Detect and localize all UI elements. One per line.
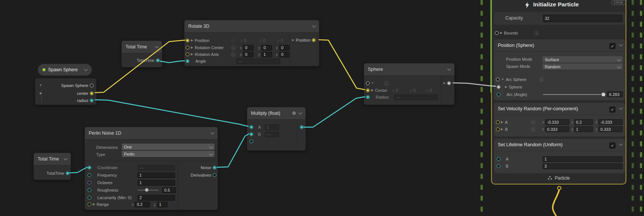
rotation-axis-port[interactable]: [186, 52, 189, 56]
edge-noise-to-multiply-b[interactable]: [217, 134, 249, 167]
expander-collapsed-icon[interactable]: ▶: [93, 203, 95, 206]
sphere-root-port[interactable]: [366, 81, 370, 85]
arc-sphere-port[interactable]: [496, 78, 500, 81]
totaltime-output-port[interactable]: [66, 171, 70, 175]
local-space-icon[interactable]: L: [231, 52, 236, 57]
velocity-a-x-input[interactable]: -0.333: [545, 119, 569, 125]
expander-collapsed-icon[interactable]: ▶: [191, 46, 193, 49]
local-space-icon[interactable]: L: [531, 127, 536, 132]
spawn-sphere-node-body[interactable]: ▼ ▶ Spawn Sphere center radius: [35, 78, 97, 105]
multiply-b-port[interactable]: [249, 132, 253, 136]
velocity-b-x-input[interactable]: 0.333: [545, 126, 569, 132]
velocity-a-port[interactable]: [496, 120, 500, 124]
arc-angle-port[interactable]: [497, 93, 500, 96]
sphere-output-port[interactable]: [447, 81, 451, 85]
octaves-port[interactable]: [88, 181, 91, 184]
rotation-center-z-input[interactable]: 0: [279, 45, 289, 51]
roughness-slider-knob[interactable]: [145, 188, 148, 192]
sphere-input-port[interactable]: [497, 85, 500, 89]
velocity-a-y-input[interactable]: 0.2: [574, 119, 593, 125]
rotation-axis-y-input[interactable]: 1: [262, 52, 272, 57]
block-position-sphere[interactable]: Position (Sphere) Position Mode Surface …: [494, 39, 625, 100]
chevron-down-icon[interactable]: [155, 45, 159, 48]
chevron-down-icon[interactable]: [312, 24, 316, 28]
radius-input-port[interactable]: [366, 95, 370, 99]
local-space-icon[interactable]: L: [534, 31, 539, 36]
edge-sphere-to-initialize[interactable]: [453, 83, 496, 86]
chevron-down-icon[interactable]: [211, 131, 215, 135]
block-enabled-checkbox[interactable]: [609, 43, 615, 49]
chevron-down-icon[interactable]: [64, 157, 68, 160]
totaltime-output-port[interactable]: [156, 58, 160, 62]
initialize-particle-context[interactable]: Initialize Particle LOCAL Capacity 32 ▶ …: [491, 0, 626, 184]
rotation-axis-z-input[interactable]: 0: [279, 52, 289, 57]
chevron-down-icon[interactable]: [619, 106, 623, 110]
expander-expanded-icon[interactable]: ▼: [501, 78, 504, 81]
lifetime-a-input[interactable]: 1: [543, 156, 623, 162]
node-title-bar[interactable]: Sphere: [364, 63, 454, 76]
coordinate-port[interactable]: [88, 166, 91, 170]
spawn-sphere-output-port[interactable]: [90, 84, 94, 87]
position-mode-dropdown[interactable]: Surface: [543, 56, 623, 63]
range-y-input[interactable]: 1: [157, 202, 168, 207]
position-output-port[interactable]: [312, 38, 316, 42]
edge-totaltime-to-angle[interactable]: [160, 61, 184, 63]
node-title-bar[interactable]: Perlin Noise 1D: [85, 127, 218, 140]
expander-collapsed-icon[interactable]: ▶: [191, 53, 193, 56]
expander-collapsed-icon[interactable]: ▶: [500, 32, 502, 34]
rotate-3d-node[interactable]: Rotate 3D ▶ Position L x 0 y 0 z 0 ▶ Rot…: [184, 20, 319, 66]
flow-edge-initialize-out[interactable]: [553, 190, 559, 216]
expander-expanded-icon[interactable]: ▼: [371, 82, 374, 85]
lacunarity-port[interactable]: [88, 196, 91, 200]
expander-collapsed-icon[interactable]: ▶: [501, 121, 503, 124]
capacity-input[interactable]: 32: [543, 15, 623, 22]
initialize-flow-output-port[interactable]: [557, 186, 561, 190]
velocity-b-y-input[interactable]: 1: [574, 126, 593, 132]
lifetime-b-input[interactable]: 3: [543, 164, 623, 169]
bounds-port[interactable]: [495, 31, 499, 35]
rotation-axis-x-input[interactable]: 0: [243, 52, 254, 57]
velocity-a-z-input[interactable]: -0.333: [599, 119, 623, 125]
node-title-bar[interactable]: Total Time: [122, 41, 162, 53]
multiply-output-port[interactable]: [300, 125, 304, 129]
arc-angle-slider[interactable]: [543, 94, 601, 95]
node-title-bar[interactable]: Total Time: [34, 153, 71, 165]
center-input-port[interactable]: [366, 88, 370, 92]
frequency-port[interactable]: [88, 173, 91, 177]
rotation-center-y-input[interactable]: 0: [262, 45, 272, 51]
local-space-icon[interactable]: L: [384, 81, 389, 86]
gear-icon[interactable]: ⚙: [292, 111, 296, 116]
range-port[interactable]: [88, 202, 91, 206]
block-set-velocity-random[interactable]: Set Velocity Random (Per-component) ▶ A …: [494, 103, 625, 136]
lacunarity-input[interactable]: 2: [138, 195, 175, 201]
angle-input-port[interactable]: [186, 59, 189, 63]
multiply-a-port[interactable]: [249, 125, 253, 129]
lifetime-b-port[interactable]: [497, 164, 500, 168]
node-title-bar[interactable]: Rotate 3D: [184, 20, 319, 33]
multiply-extra-port[interactable]: [249, 140, 253, 143]
node-title-bar[interactable]: Multiply (float) ⚙: [247, 107, 305, 120]
expander-collapsed-icon[interactable]: ▶: [371, 89, 373, 92]
block-enabled-checkbox[interactable]: [609, 142, 615, 148]
spawn-sphere-node-pill[interactable]: Spawn Sphere: [38, 64, 92, 76]
expander-collapsed-icon[interactable]: ▶: [191, 39, 193, 42]
edge-rotate-to-sphere-center[interactable]: [319, 40, 365, 90]
space-badge-local[interactable]: LOCAL: [611, 0, 626, 5]
range-x-input[interactable]: 0.2: [135, 202, 150, 207]
perlin-noise-node[interactable]: Perlin Noise 1D Dimensions One Type Perl…: [85, 127, 218, 210]
arc-angle-slider-knob[interactable]: [602, 93, 605, 96]
velocity-b-port[interactable]: [496, 128, 500, 131]
chevron-down-icon[interactable]: [299, 111, 302, 115]
total-time-node-top[interactable]: Total Time TotalTime: [121, 40, 162, 68]
sphere-node[interactable]: Sphere ▼ L ▶ Center x 0 y 0 z 0 Radius —…: [364, 63, 455, 105]
center-output-port[interactable]: [90, 92, 94, 95]
chevron-down-icon[interactable]: [447, 67, 451, 71]
position-input-port[interactable]: [186, 39, 189, 42]
vfx-graph-canvas[interactable]: Initialize Particle LOCAL Capacity 32 ▶ …: [0, 0, 644, 216]
local-space-icon[interactable]: L: [531, 120, 536, 124]
block-set-lifetime-random[interactable]: Set Lifetime Random (Uniform) A 1 B 3: [494, 139, 625, 173]
frequency-input[interactable]: 1: [138, 172, 175, 178]
rotation-center-x-input[interactable]: 0: [243, 45, 254, 51]
type-dropdown[interactable]: Perlin: [122, 151, 215, 157]
noise-output-port[interactable]: [213, 166, 216, 170]
